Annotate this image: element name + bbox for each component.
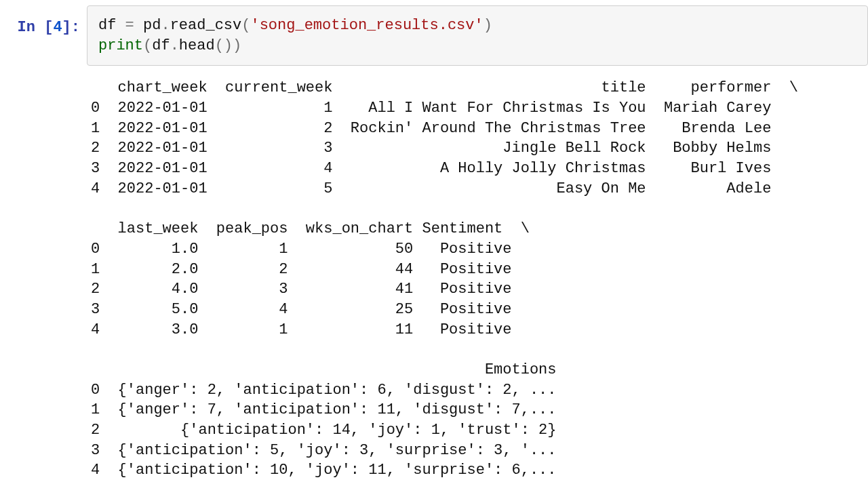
input-prompt: In [4]: (0, 5, 87, 38)
prompt-suffix: ]: (62, 19, 80, 36)
tok-fn: read_csv (170, 17, 242, 34)
prompt-prefix: In [ (18, 19, 54, 36)
tok-str: 'song_emotion_results.csv' (250, 17, 483, 34)
tok-parens: () (215, 37, 233, 54)
cell-content: df = pd.read_csv('song_emotion_results.c… (87, 5, 868, 482)
tok-var2: df (152, 37, 170, 54)
tok-close2: ) (233, 37, 241, 54)
tok-dot2: . (170, 37, 179, 54)
tok-fn2: head (179, 37, 215, 54)
tok-dot: . (161, 17, 170, 34)
tok-eq: = (116, 17, 143, 34)
tok-close: ) (484, 17, 492, 34)
notebook-cell: In [4]: df = pd.read_csv('song_emotion_r… (0, 0, 868, 482)
prompt-number: 4 (53, 19, 62, 36)
stdout-output: chart_week current_week title performer … (87, 66, 868, 482)
code-input[interactable]: df = pd.read_csv('song_emotion_results.c… (87, 5, 868, 66)
tok-open2: ( (143, 37, 152, 54)
tok-open: ( (241, 17, 250, 34)
tok-var: df (98, 17, 116, 34)
tok-print: print (98, 37, 143, 54)
tok-mod: pd (143, 17, 161, 34)
